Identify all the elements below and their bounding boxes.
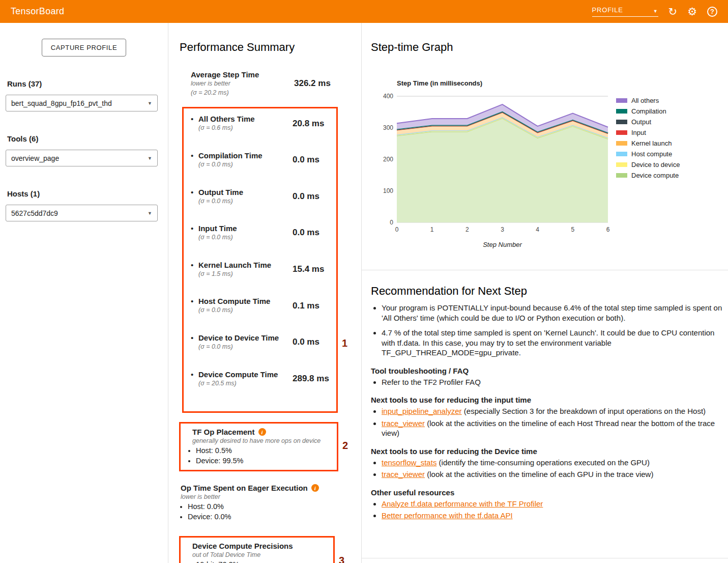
header-actions: PROFILE ▼ ↻ ⚙ (592, 6, 717, 17)
sidebar: CAPTURE PROFILE Runs (37) bert_squad_8gp… (0, 23, 168, 563)
precision-16bit: 16-bit: 70.2% (196, 560, 327, 563)
faq-subsection: Tool troubleshooting / FAQ Refer to the … (371, 367, 723, 387)
legend-label: Device compute (631, 172, 679, 179)
runs-select-value: bert_squad_8gpu_fp16_pvt_thd (11, 99, 112, 107)
svg-text:100: 100 (383, 187, 393, 194)
metric-row: Output Time (σ = 0.0 ms) 0.0 ms (184, 188, 336, 206)
metric-label: All Others Time (198, 115, 293, 123)
list-item-text: (look at the activities on the timeline … (425, 470, 653, 478)
svg-text:0: 0 (395, 226, 399, 233)
metric-sigma: (σ = 20.5 ms) (198, 380, 293, 388)
metric-row: Kernel Launch Time (σ = 1.5 ms) 15.4 ms (184, 261, 336, 278)
legend-label: Device to device (631, 161, 680, 168)
step-time-breakdown-box: All Others Time (σ = 0.6 ms) 20.8 ms Com… (182, 107, 338, 413)
metric-sigma: (σ = 0.6 ms) (198, 124, 293, 132)
step-time-chart-area: Step Time (in milliseconds) 010020030040… (380, 79, 705, 248)
legend-item: Device compute (616, 172, 680, 179)
legend-item: Input (616, 129, 680, 136)
step-time-chart: 01002003004000123456 (380, 90, 619, 234)
tfdata-api-link[interactable]: Better performance with the tf.data API (382, 511, 513, 520)
metric-label: Device to Device Time (198, 333, 293, 342)
legend-label: Host compute (631, 150, 672, 158)
recommendation-section: Recommendation for Next Step Your progra… (371, 285, 723, 521)
hosts-select[interactable]: 5627c5dd7dc9 ▼ (6, 205, 158, 221)
metric-value: 0.0 ms (293, 337, 319, 347)
tensorflow-stats-link[interactable]: tensorflow_stats (382, 458, 436, 467)
legend-swatch (616, 162, 627, 167)
runs-label: Runs (37) (7, 79, 168, 88)
legend-label: Compilation (631, 107, 666, 115)
list-item: trace_viewer (look at the activities on … (382, 469, 723, 480)
device-compute-precisions-box: Device Compute Precisions out of Total D… (179, 536, 335, 563)
legend-swatch (616, 141, 627, 146)
legend-swatch (616, 152, 627, 156)
precisions-title: Device Compute Precisions (192, 542, 293, 550)
recommendation-bullet-text: Your program is POTENTIALLY input-bound … (382, 303, 722, 322)
subsection-heading: Next tools to use for reducing the input… (371, 396, 723, 404)
svg-text:400: 400 (383, 93, 393, 100)
svg-text:5: 5 (571, 226, 574, 233)
legend-swatch (616, 109, 627, 114)
capture-profile-button[interactable]: CAPTURE PROFILE (42, 39, 126, 57)
step-time-graph-card: Step-time Graph Step Time (in millisecon… (362, 41, 728, 270)
metric-label: Kernel Launch Time (198, 261, 293, 269)
metric-label: Device Compute Time (198, 370, 293, 379)
subsection-heading: Next tools to use for reducing the Devic… (371, 447, 723, 456)
tf-op-placement-title: TF Op Placement (192, 428, 255, 436)
svg-text:4: 4 (536, 226, 539, 233)
info-icon[interactable] (311, 484, 319, 492)
metric-sigma: (σ = 0.0 ms) (198, 343, 293, 351)
trace-viewer-link[interactable]: trace_viewer (382, 470, 425, 478)
legend-item: Host compute (616, 150, 680, 158)
metric-value: 0.0 ms (293, 155, 319, 165)
average-step-time-label: Average Step Time (191, 70, 294, 79)
list-item: Better performance with the tf.data API (382, 511, 723, 521)
svg-text:6: 6 (606, 226, 610, 233)
list-item-text: (identify the time-consuming operations … (436, 458, 650, 467)
chart-title: Step Time (in milliseconds) (397, 79, 705, 87)
right-panel: Step-time Graph Step Time (in millisecon… (362, 23, 728, 563)
metric-label: Input Time (198, 224, 293, 233)
tools-select-value: overview_page (11, 154, 59, 162)
average-step-time-sigma: (σ = 20.2 ms) (191, 89, 294, 97)
legend-label: Input (631, 129, 646, 136)
trace-viewer-link[interactable]: trace_viewer (382, 419, 425, 428)
list-item-text: Refer to the TF2 Profiler FAQ (382, 378, 481, 386)
runs-select[interactable]: bert_squad_8gpu_fp16_pvt_thd ▼ (6, 95, 158, 111)
main-content: CAPTURE PROFILE Runs (37) bert_squad_8gp… (0, 23, 728, 563)
average-step-time-row: Average Step Time lower is better (σ = 2… (191, 70, 361, 97)
metric-value: 0.0 ms (293, 228, 319, 238)
tf-op-placement-device: Device: 99.5% (196, 457, 331, 465)
average-step-time-value: 326.2 ms (294, 78, 331, 89)
svg-text:1: 1 (430, 226, 434, 233)
refresh-icon[interactable]: ↻ (668, 6, 678, 17)
tfdata-performance-link[interactable]: Analyze tf.data performance with the TF … (382, 499, 543, 508)
eager-host: Host: 0.0% (188, 502, 361, 511)
recommendation-bullet: Your program is POTENTIALLY input-bound … (382, 303, 723, 323)
list-item-text: (especially Section 3 for the breakdown … (462, 407, 706, 415)
metric-sigma: (σ = 1.5 ms) (198, 270, 293, 278)
svg-text:3: 3 (501, 226, 504, 233)
metric-value: 289.8 ms (293, 374, 329, 384)
info-icon[interactable] (258, 428, 266, 436)
tools-select[interactable]: overview_page ▼ (6, 150, 158, 166)
help-icon[interactable] (707, 7, 717, 17)
legend-item: Kernel launch (616, 139, 680, 147)
legend-label: Kernel launch (631, 139, 672, 147)
svg-text:300: 300 (383, 124, 393, 131)
input-tools-subsection: Next tools to use for reducing the input… (371, 396, 723, 438)
x-axis-title: Step Number (397, 241, 608, 248)
input-pipeline-analyzer-link[interactable]: input_pipeline_analyzer (382, 407, 462, 415)
metric-sigma: (σ = 0.0 ms) (198, 161, 293, 169)
dashboard-select[interactable]: PROFILE ▼ (592, 6, 658, 17)
list-item-text: (look at the activities on the timeline … (382, 419, 715, 438)
device-tools-subsection: Next tools to use for reducing the Devic… (371, 447, 723, 480)
list-item: Analyze tf.data performance with the TF … (382, 499, 723, 509)
step-time-graph-title: Step-time Graph (371, 41, 728, 54)
chevron-down-icon: ▼ (148, 101, 152, 106)
gear-icon[interactable]: ⚙ (687, 6, 697, 17)
metric-row: Input Time (σ = 0.0 ms) 0.0 ms (184, 224, 336, 242)
performance-summary-panel: Performance Summary Average Step Time lo… (168, 23, 362, 563)
precisions-subtitle: out of Total Device Time (192, 551, 327, 558)
dashboard-select-value: PROFILE (592, 6, 623, 14)
